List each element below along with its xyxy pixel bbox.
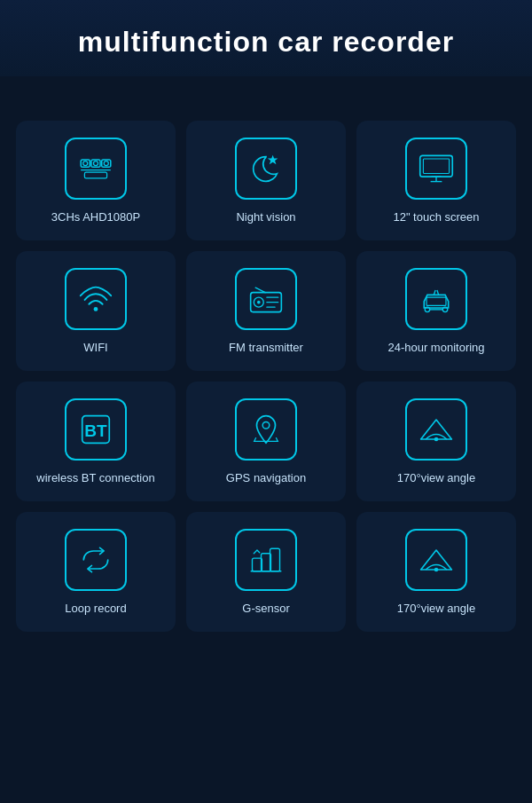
spacer [0, 76, 532, 121]
feature-card-angle2: 170°view angle [356, 512, 516, 632]
page-title: multifunction car recorder [18, 25, 514, 59]
svg-rect-22 [426, 298, 446, 306]
features-grid: 3CHs AHD1080P Night vision 12" touch scr… [0, 121, 532, 648]
svg-line-27 [437, 290, 439, 295]
feature-label-night-vision: Night vision [236, 210, 295, 225]
feature-label-monitoring: 24-hour monitoring [387, 341, 484, 356]
svg-point-17 [257, 301, 261, 304]
svg-rect-35 [270, 549, 280, 572]
monitor-icon [405, 138, 467, 200]
feature-card-fm: FM transmitter [186, 251, 346, 371]
feature-card-gsensor: G-sensor [186, 512, 346, 632]
feature-label-gsensor: G-sensor [242, 602, 289, 617]
car-monitor-icon [405, 268, 467, 330]
svg-point-14 [94, 308, 98, 312]
feature-label-touch-screen: 12" touch screen [393, 210, 479, 225]
svg-text:BT: BT [84, 421, 107, 440]
page-header: multifunction car recorder [0, 0, 532, 76]
loop-icon [65, 529, 127, 591]
view-angle-icon [405, 398, 467, 461]
svg-point-30 [262, 422, 270, 429]
feature-label-wifi: WIFI [83, 341, 107, 356]
feature-label-angle1: 170°view angle [397, 471, 475, 486]
map-pin-icon [235, 398, 297, 461]
feature-card-bt: BT wireless BT connection [16, 382, 176, 501]
bluetooth-icon: BT [65, 398, 127, 461]
moon-star-icon [235, 138, 297, 200]
feature-card-angle1: 170°view angle [356, 382, 516, 501]
svg-point-5 [104, 161, 108, 166]
svg-rect-34 [262, 554, 271, 571]
svg-line-21 [255, 288, 265, 293]
wifi-icon [65, 268, 127, 330]
feature-label-bt: wireless BT connection [36, 471, 154, 486]
feature-label-gps: GPS navigation [226, 471, 306, 486]
feature-card-gps: GPS navigation [186, 382, 346, 501]
radio-icon [235, 268, 297, 330]
camera-triple-icon [65, 138, 127, 200]
gsensor-icon [235, 529, 297, 591]
svg-rect-33 [252, 559, 262, 572]
feature-label-angle2: 170°view angle [397, 602, 475, 617]
svg-point-3 [93, 161, 98, 166]
feature-label-loop: Loop record [65, 602, 126, 617]
svg-rect-7 [84, 173, 106, 179]
feature-card-night-vision: Night vision [186, 121, 346, 240]
svg-marker-8 [268, 155, 278, 164]
svg-line-26 [434, 290, 435, 295]
feature-card-3chs: 3CHs AHD1080P [16, 121, 176, 240]
feature-card-loop: Loop record [16, 512, 176, 632]
feature-label-3chs: 3CHs AHD1080P [51, 210, 140, 225]
svg-rect-10 [423, 159, 449, 173]
feature-card-monitoring: 24-hour monitoring [356, 251, 516, 371]
feature-card-touch-screen: 12" touch screen [356, 121, 516, 240]
view-angle-icon [405, 529, 467, 591]
feature-label-fm: FM transmitter [229, 341, 303, 356]
svg-point-1 [83, 161, 88, 166]
feature-card-wifi: WIFI [16, 251, 176, 371]
